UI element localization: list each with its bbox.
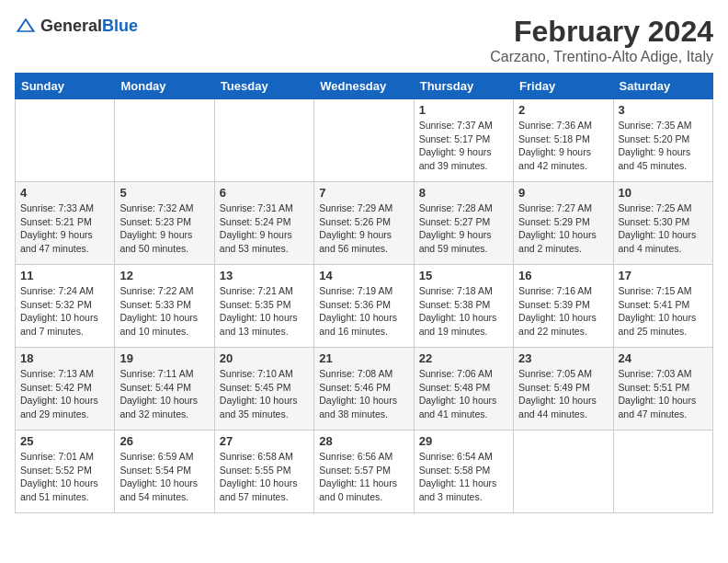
calendar-cell-w5-d2: 26Sunrise: 6:59 AMSunset: 5:54 PMDayligh…	[115, 431, 214, 513]
cell-content: Sunrise: 7:11 AMSunset: 5:44 PMDaylight:…	[119, 367, 209, 421]
day-number: 27	[220, 434, 309, 448]
calendar-week-5: 25Sunrise: 7:01 AMSunset: 5:52 PMDayligh…	[16, 431, 713, 513]
cell-content: Sunrise: 7:31 AMSunset: 5:24 PMDaylight:…	[220, 201, 309, 256]
calendar-header-row: Sunday Monday Tuesday Wednesday Thursday…	[16, 74, 713, 99]
cell-content: Sunrise: 7:05 AMSunset: 5:49 PMDaylight:…	[518, 367, 608, 421]
calendar-cell-w3-d5: 15Sunrise: 7:18 AMSunset: 5:38 PMDayligh…	[414, 265, 513, 348]
col-saturday: Saturday	[613, 74, 712, 99]
day-number: 1	[419, 103, 508, 117]
cell-content: Sunrise: 7:22 AMSunset: 5:33 PMDaylight:…	[119, 284, 209, 339]
day-number: 13	[220, 269, 309, 282]
logo-text-blue: Blue	[102, 17, 138, 35]
cell-content: Sunrise: 7:15 AMSunset: 5:41 PMDaylight:…	[619, 284, 708, 339]
day-number: 10	[619, 186, 708, 200]
day-number: 25	[20, 434, 109, 448]
day-number: 2	[518, 103, 608, 117]
calendar-week-4: 18Sunrise: 7:13 AMSunset: 5:42 PMDayligh…	[16, 348, 713, 431]
cell-content: Sunrise: 7:32 AMSunset: 5:23 PMDaylight:…	[119, 201, 209, 256]
page-header: GeneralBlue February 2024 Carzano, Trent…	[15, 15, 713, 65]
cell-content: Sunrise: 7:13 AMSunset: 5:42 PMDaylight:…	[20, 367, 109, 421]
col-wednesday: Wednesday	[314, 74, 414, 99]
day-number: 4	[20, 186, 109, 200]
day-number: 21	[319, 351, 408, 365]
calendar-cell-w1-d7: 3Sunrise: 7:35 AMSunset: 5:20 PMDaylight…	[613, 99, 712, 182]
title-area: February 2024 Carzano, Trentino-Alto Adi…	[490, 15, 713, 65]
cell-content: Sunrise: 7:08 AMSunset: 5:46 PMDaylight:…	[319, 367, 408, 421]
col-tuesday: Tuesday	[214, 74, 313, 99]
day-number: 17	[619, 269, 708, 282]
day-number: 28	[319, 434, 408, 448]
col-friday: Friday	[514, 74, 613, 99]
month-title: February 2024	[490, 15, 713, 49]
day-number: 12	[119, 269, 209, 282]
logo-text-general: General	[40, 17, 102, 35]
calendar-cell-w4-d2: 19Sunrise: 7:11 AMSunset: 5:44 PMDayligh…	[115, 348, 214, 431]
calendar-cell-w1-d6: 2Sunrise: 7:36 AMSunset: 5:18 PMDaylight…	[514, 99, 613, 182]
cell-content: Sunrise: 7:36 AMSunset: 5:18 PMDaylight:…	[518, 119, 608, 173]
day-number: 29	[419, 434, 508, 448]
day-number: 11	[20, 269, 109, 282]
calendar-cell-w2-d6: 9Sunrise: 7:27 AMSunset: 5:29 PMDaylight…	[514, 182, 613, 265]
calendar-cell-w1-d4	[314, 99, 414, 182]
day-number: 24	[619, 351, 708, 365]
calendar-cell-w3-d4: 14Sunrise: 7:19 AMSunset: 5:36 PMDayligh…	[314, 265, 414, 348]
day-number: 26	[119, 434, 209, 448]
day-number: 8	[419, 186, 508, 200]
day-number: 6	[220, 186, 309, 200]
calendar-cell-w3-d2: 12Sunrise: 7:22 AMSunset: 5:33 PMDayligh…	[115, 265, 214, 348]
cell-content: Sunrise: 7:16 AMSunset: 5:39 PMDaylight:…	[518, 284, 608, 339]
day-number: 3	[619, 103, 708, 117]
calendar-cell-w2-d4: 7Sunrise: 7:29 AMSunset: 5:26 PMDaylight…	[314, 182, 414, 265]
day-number: 20	[220, 351, 309, 365]
calendar-cell-w5-d4: 28Sunrise: 6:56 AMSunset: 5:57 PMDayligh…	[314, 431, 414, 513]
calendar-cell-w1-d2	[115, 99, 214, 182]
calendar-week-3: 11Sunrise: 7:24 AMSunset: 5:32 PMDayligh…	[16, 265, 713, 348]
calendar-cell-w2-d5: 8Sunrise: 7:28 AMSunset: 5:27 PMDaylight…	[414, 182, 513, 265]
calendar-cell-w4-d1: 18Sunrise: 7:13 AMSunset: 5:42 PMDayligh…	[16, 348, 115, 431]
cell-content: Sunrise: 7:03 AMSunset: 5:51 PMDaylight:…	[619, 367, 708, 421]
cell-content: Sunrise: 7:35 AMSunset: 5:20 PMDaylight:…	[619, 119, 708, 173]
day-number: 19	[119, 351, 209, 365]
day-number: 23	[518, 351, 608, 365]
calendar-cell-w1-d1	[16, 99, 115, 182]
cell-content: Sunrise: 7:33 AMSunset: 5:21 PMDaylight:…	[20, 201, 109, 256]
cell-content: Sunrise: 7:21 AMSunset: 5:35 PMDaylight:…	[220, 284, 309, 339]
calendar-cell-w5-d6	[514, 431, 613, 513]
cell-content: Sunrise: 7:29 AMSunset: 5:26 PMDaylight:…	[319, 201, 408, 256]
cell-content: Sunrise: 7:27 AMSunset: 5:29 PMDaylight:…	[518, 201, 608, 256]
cell-content: Sunrise: 6:59 AMSunset: 5:54 PMDaylight:…	[119, 450, 209, 504]
cell-content: Sunrise: 7:10 AMSunset: 5:45 PMDaylight:…	[220, 367, 309, 421]
calendar-cell-w4-d7: 24Sunrise: 7:03 AMSunset: 5:51 PMDayligh…	[613, 348, 712, 431]
location-title: Carzano, Trentino-Alto Adige, Italy	[490, 49, 713, 65]
calendar-week-2: 4Sunrise: 7:33 AMSunset: 5:21 PMDaylight…	[16, 182, 713, 265]
calendar-cell-w5-d3: 27Sunrise: 6:58 AMSunset: 5:55 PMDayligh…	[214, 431, 313, 513]
calendar-cell-w1-d3	[214, 99, 313, 182]
calendar-cell-w2-d3: 6Sunrise: 7:31 AMSunset: 5:24 PMDaylight…	[214, 182, 313, 265]
day-number: 18	[20, 351, 109, 365]
calendar-cell-w3-d7: 17Sunrise: 7:15 AMSunset: 5:41 PMDayligh…	[613, 265, 712, 348]
col-monday: Monday	[115, 74, 214, 99]
calendar-cell-w5-d1: 25Sunrise: 7:01 AMSunset: 5:52 PMDayligh…	[16, 431, 115, 513]
calendar-cell-w3-d6: 16Sunrise: 7:16 AMSunset: 5:39 PMDayligh…	[514, 265, 613, 348]
col-thursday: Thursday	[414, 74, 513, 99]
calendar-cell-w5-d5: 29Sunrise: 6:54 AMSunset: 5:58 PMDayligh…	[414, 431, 513, 513]
col-sunday: Sunday	[16, 74, 115, 99]
cell-content: Sunrise: 6:54 AMSunset: 5:58 PMDaylight:…	[419, 450, 508, 504]
calendar-cell-w4-d5: 22Sunrise: 7:06 AMSunset: 5:48 PMDayligh…	[414, 348, 513, 431]
cell-content: Sunrise: 6:56 AMSunset: 5:57 PMDaylight:…	[319, 450, 408, 504]
cell-content: Sunrise: 7:19 AMSunset: 5:36 PMDaylight:…	[319, 284, 408, 339]
cell-content: Sunrise: 7:24 AMSunset: 5:32 PMDaylight:…	[20, 284, 109, 339]
day-number: 22	[419, 351, 508, 365]
cell-content: Sunrise: 7:25 AMSunset: 5:30 PMDaylight:…	[619, 201, 708, 256]
calendar-cell-w4-d6: 23Sunrise: 7:05 AMSunset: 5:49 PMDayligh…	[514, 348, 613, 431]
calendar-cell-w5-d7	[613, 431, 712, 513]
cell-content: Sunrise: 7:01 AMSunset: 5:52 PMDaylight:…	[20, 450, 109, 504]
cell-content: Sunrise: 6:58 AMSunset: 5:55 PMDaylight:…	[220, 450, 309, 504]
cell-content: Sunrise: 7:37 AMSunset: 5:17 PMDaylight:…	[419, 119, 508, 173]
calendar-cell-w4-d3: 20Sunrise: 7:10 AMSunset: 5:45 PMDayligh…	[214, 348, 313, 431]
cell-content: Sunrise: 7:28 AMSunset: 5:27 PMDaylight:…	[419, 201, 508, 256]
calendar-cell-w1-d5: 1Sunrise: 7:37 AMSunset: 5:17 PMDaylight…	[414, 99, 513, 182]
calendar-cell-w3-d1: 11Sunrise: 7:24 AMSunset: 5:32 PMDayligh…	[16, 265, 115, 348]
day-number: 9	[518, 186, 608, 200]
day-number: 5	[119, 186, 209, 200]
